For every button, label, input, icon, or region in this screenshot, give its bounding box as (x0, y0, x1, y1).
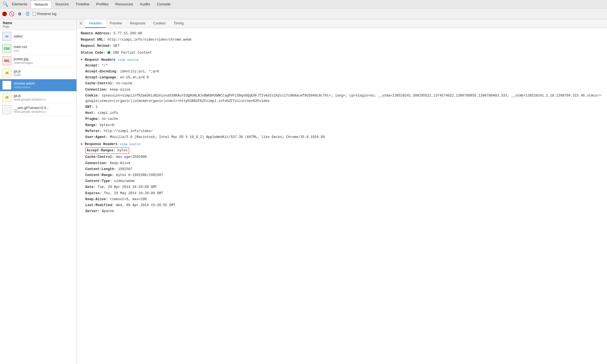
header-key: Server: (85, 209, 100, 213)
menu-bar: 🔍 Elements Network Sources Timeline Prof… (0, 0, 607, 9)
header-val: 1991507 (118, 167, 132, 171)
menu-item-profiles[interactable]: Profiles (93, 1, 112, 8)
list-item[interactable]: JS ga.js /js/lib (0, 67, 76, 79)
view-source-link-2[interactable]: view source (120, 143, 140, 146)
filter-button[interactable]: ⚙ (16, 11, 23, 17)
header-val: simpl.info (98, 111, 118, 115)
list-item[interactable]: IMG poster.jpg /video/images (0, 55, 76, 67)
file-name: ga.js (14, 94, 74, 98)
header-val: en-US,en;q=0.8 (120, 76, 149, 80)
preserve-log-checkbox[interactable] (32, 12, 36, 16)
header-val: bytes (117, 148, 128, 152)
header-row: Cache-Control: no-cache (81, 81, 603, 86)
header-row: Accept-Encoding: identity;q=1, *;q=0 (81, 69, 603, 74)
tab-cookies[interactable]: Cookies (149, 19, 169, 28)
tab-response[interactable]: Response (126, 19, 149, 28)
response-headers-section: ▼ Response Headers view source (81, 142, 603, 146)
view-source-link-1[interactable]: view source (118, 58, 138, 62)
header-val: timeout=5, max=100 (110, 197, 147, 201)
header-key: Cache-Control: (85, 155, 114, 159)
list-item[interactable]: <> video/ (0, 30, 76, 43)
file-name: video/ (14, 34, 74, 38)
menu-item-timeline[interactable]: Timeline (72, 1, 93, 8)
column-name: Name (3, 21, 74, 25)
main-content: Name Path <> video/ CSS main.css /css IM… (0, 19, 607, 364)
file-name: poster.jpg (14, 57, 74, 61)
response-headers-title: Response Headers (85, 142, 117, 146)
header-row: Content-Type: video/webm (81, 179, 603, 184)
remote-address-row: Remote Address: 5.77.51.205:80 (81, 31, 603, 36)
request-method-row: Request Method: GET (81, 43, 603, 49)
header-key: Range: (85, 123, 98, 127)
toolbar: 🚫 ⚙ ☰ Preserve log (0, 9, 607, 19)
header-key: Keep-Alive: (85, 197, 108, 201)
file-list: <> video/ CSS main.css /css IMG poster.j… (0, 30, 76, 364)
header-val: http://simpl.info/video/ (104, 129, 153, 133)
detail-content: Remote Address: 5.77.51.205:80 Request U… (77, 28, 607, 364)
list-item[interactable]: __utm.gif?utmwv=5.5... www.google-analyt… (0, 104, 76, 116)
header-key: DNT: (85, 105, 94, 109)
header-val: Tue, 29 Apr 2014 16:20:09 GMT (98, 185, 157, 189)
left-panel: Name Path <> video/ CSS main.css /css IM… (0, 19, 77, 364)
list-item[interactable]: JS ga.js www.google-analytics.c (0, 91, 76, 104)
close-button[interactable]: ✕ (77, 20, 85, 27)
gif-icon (2, 105, 11, 114)
tabs-row: ✕ Headers Preview Response Cookies Timin… (77, 19, 607, 28)
css-icon: CSS (2, 44, 11, 53)
header-val: bytes=0- (100, 123, 116, 127)
header-row: Cache-Control: max-age=2592000 (81, 154, 603, 160)
tab-preview[interactable]: Preview (106, 19, 126, 28)
request-url-row: Request URL: http://simpl.info/video/vid… (81, 37, 603, 43)
js-icon: JS (2, 68, 11, 78)
header-row: Expires: Thu, 29 May 2014 16:20:09 GMT (81, 191, 603, 196)
no-entry-button[interactable]: 🚫 (9, 11, 15, 17)
header-val: 1 (96, 105, 98, 109)
img-icon: IMG (2, 56, 11, 65)
file-path: /css (14, 49, 74, 52)
js-icon: JS (2, 93, 11, 102)
header-val: Mozilla/5.0 (Macintosh; Intel Mac OS X 1… (110, 135, 325, 139)
menu-item-resources[interactable]: Resources (112, 1, 136, 8)
header-key: User-Agent: (85, 135, 108, 139)
header-key: Connection: (85, 88, 108, 92)
header-val: video/webm (114, 179, 134, 183)
header-key: Cookie: (85, 94, 100, 98)
request-headers-title: Request Headers (85, 58, 115, 62)
header-key: Expires: (85, 191, 102, 195)
header-row: User-Agent: Mozilla/5.0 (Macintosh; Inte… (81, 135, 603, 140)
header-val: */* (102, 64, 108, 68)
header-val: no-cache (102, 117, 118, 121)
menu-item-sources[interactable]: Sources (52, 1, 72, 8)
search-icon[interactable]: 🔍 (2, 1, 9, 7)
header-row: Content-Length: 1991507 (81, 167, 603, 172)
file-path: /video/video (14, 85, 74, 89)
header-val: max-age=2592000 (116, 155, 147, 159)
menu-item-elements[interactable]: Elements (9, 1, 31, 8)
html-icon: <> (2, 32, 11, 41)
header-key: Content-Type: (85, 179, 112, 183)
header-row: Pragma: no-cache (81, 116, 603, 122)
header-key: Content-Range: (85, 173, 114, 177)
menu-item-audits[interactable]: Audits (136, 1, 154, 8)
header-val: identity;q=1, *;q=0 (120, 70, 159, 74)
header-row: Connection: Keep-Alive (81, 161, 603, 166)
header-val: cpsession=simplinf%3aeDkLdG2elvxaS38KAur… (85, 94, 601, 103)
menu-item-console[interactable]: Console (154, 1, 174, 8)
header-key: Connection: (85, 161, 108, 165)
header-row: Last-Modified: Wed, 09 Apr 2014 15:26:55… (81, 203, 603, 208)
menu-item-network[interactable]: Network (31, 1, 52, 8)
header-val: bytes 0-1991506/1991507 (116, 173, 163, 177)
list-item[interactable]: chrome.webm /video/video (0, 79, 76, 91)
tab-headers[interactable]: Headers (85, 19, 106, 28)
file-name: ga.js (14, 69, 74, 73)
accept-ranges-highlighted: Accept-Ranges: bytes (85, 147, 129, 154)
list-item[interactable]: CSS main.css /css (0, 43, 76, 55)
header-val: Thu, 29 May 2014 16:20:09 GMT (104, 191, 163, 195)
tab-timing[interactable]: Timing (169, 19, 188, 28)
preserve-log-label[interactable]: Preserve log (32, 12, 56, 16)
list-button[interactable]: ☰ (24, 11, 31, 17)
header-row: DNT: 1 (81, 104, 603, 110)
record-button[interactable] (2, 12, 7, 16)
status-code-val: 206 Partial Content (113, 51, 152, 55)
header-val: Keep-Alive (110, 161, 130, 165)
